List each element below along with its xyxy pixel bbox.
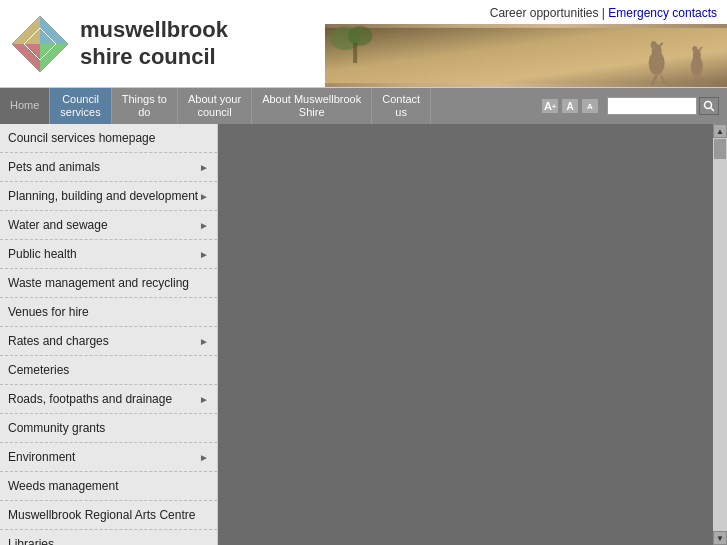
search-area: A+ A A [533, 88, 727, 124]
font-normal-button[interactable]: A [561, 98, 579, 114]
nav-about-shire[interactable]: About MuswellbrookShire [252, 88, 372, 124]
sidebar-label-venues: Venues for hire [8, 305, 89, 319]
nav-contact[interactable]: Contactus [372, 88, 431, 124]
arrow-icon-planning: ► [199, 191, 209, 202]
nav-things-to-do[interactable]: Things todo [112, 88, 178, 124]
sidebar-item-pets[interactable]: Pets and animals ► [0, 153, 217, 182]
svg-marker-2 [12, 16, 40, 44]
header: muswellbrook shire council Career opport… [0, 0, 727, 88]
logo-icon [10, 14, 70, 74]
svg-point-8 [348, 26, 372, 46]
nav-council-services[interactable]: Councilservices [50, 88, 111, 124]
sidebar-item-water[interactable]: Water and sewage ► [0, 211, 217, 240]
search-button[interactable] [699, 97, 719, 115]
sidebar: Council services homepage Pets and anima… [0, 124, 218, 545]
scroll-down-button[interactable]: ▼ [713, 531, 727, 545]
sidebar-label-cemeteries: Cemeteries [8, 363, 69, 377]
svg-point-12 [651, 41, 657, 49]
sidebar-label-pets: Pets and animals [8, 160, 100, 174]
arrow-icon-environment: ► [199, 452, 209, 463]
sidebar-item-environment[interactable]: Environment ► [0, 443, 217, 472]
arrow-icon-pets: ► [199, 162, 209, 173]
search-icon [703, 100, 715, 112]
header-right: Career opportunities | Emergency contact… [325, 0, 727, 87]
font-controls: A+ A A [541, 98, 599, 114]
sidebar-item-public-health[interactable]: Public health ► [0, 240, 217, 269]
sidebar-label-waste: Waste management and recycling [8, 276, 189, 290]
sidebar-item-cemeteries[interactable]: Cemeteries [0, 356, 217, 385]
sidebar-label-community-grants: Community grants [8, 421, 105, 435]
sidebar-item-rates[interactable]: Rates and charges ► [0, 327, 217, 356]
kangaroo-banner [325, 24, 727, 87]
logo-line1: muswellbrook [80, 17, 228, 43]
nav-about-council[interactable]: About yourcouncil [178, 88, 252, 124]
sidebar-label-council-homepage: Council services homepage [8, 131, 155, 145]
sidebar-item-planning[interactable]: Planning, building and development ► [0, 182, 217, 211]
sidebar-label-rates: Rates and charges [8, 334, 109, 348]
sidebar-label-planning: Planning, building and development [8, 189, 198, 203]
sidebar-item-venues[interactable]: Venues for hire [0, 298, 217, 327]
logo-line2: shire council [80, 44, 228, 70]
sidebar-item-arts[interactable]: Muswellbrook Regional Arts Centre [0, 501, 217, 530]
sidebar-item-community-grants[interactable]: Community grants [0, 414, 217, 443]
svg-line-26 [711, 108, 714, 111]
emergency-contacts-link[interactable]: Emergency contacts [608, 6, 717, 20]
logo-area: muswellbrook shire council [0, 0, 325, 87]
font-increase-button[interactable]: A+ [541, 98, 559, 114]
sidebar-label-libraries: Libraries [8, 537, 54, 545]
sidebar-label-roads: Roads, footpaths and drainage [8, 392, 172, 406]
header-links: Career opportunities | Emergency contact… [325, 0, 727, 24]
scroll-up-button[interactable]: ▲ [713, 124, 727, 138]
svg-rect-9 [353, 43, 357, 63]
navbar: Home Councilservices Things todo About y… [0, 88, 727, 124]
sidebar-item-weeds[interactable]: Weeds management [0, 472, 217, 501]
sidebar-item-waste[interactable]: Waste management and recycling [0, 269, 217, 298]
sidebar-item-libraries[interactable]: Libraries [0, 530, 217, 545]
svg-marker-1 [40, 16, 68, 44]
sidebar-item-roads[interactable]: Roads, footpaths and drainage ► [0, 385, 217, 414]
arrow-icon-roads: ► [199, 394, 209, 405]
sidebar-label-public-health: Public health [8, 247, 77, 261]
logo-text: muswellbrook shire council [80, 17, 228, 70]
sidebar-label-water: Water and sewage [8, 218, 108, 232]
sidebar-label-arts: Muswellbrook Regional Arts Centre [8, 508, 195, 522]
sidebar-label-weeds: Weeds management [8, 479, 119, 493]
nav-home[interactable]: Home [0, 88, 50, 124]
svg-point-25 [705, 102, 712, 109]
svg-line-17 [665, 83, 672, 85]
main: Council services homepage Pets and anima… [0, 124, 727, 545]
main-content [218, 124, 713, 545]
scroll-thumb[interactable] [714, 139, 726, 159]
sidebar-label-environment: Environment [8, 450, 75, 464]
search-box [607, 97, 719, 115]
svg-rect-6 [325, 28, 727, 83]
scroll-track [713, 138, 727, 531]
arrow-icon-rates: ► [199, 336, 209, 347]
career-opportunities-link[interactable]: Career opportunities [490, 6, 599, 20]
font-decrease-button[interactable]: A [581, 98, 599, 114]
svg-point-20 [692, 46, 697, 52]
scrollbar: ▲ ▼ [713, 124, 727, 545]
arrow-icon-public-health: ► [199, 249, 209, 260]
search-input[interactable] [607, 97, 697, 115]
sidebar-item-council-homepage[interactable]: Council services homepage [0, 124, 217, 153]
arrow-icon-water: ► [199, 220, 209, 231]
